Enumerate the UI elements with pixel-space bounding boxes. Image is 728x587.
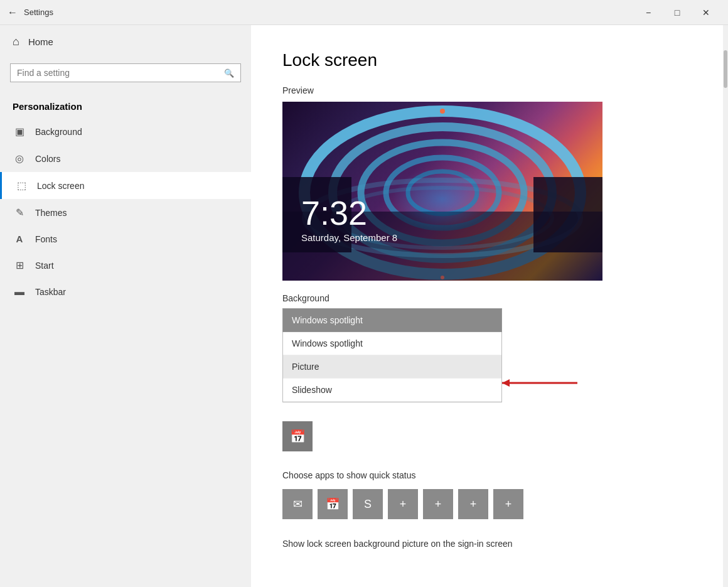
page-title: Lock screen [282,50,697,70]
sidebar-item-label-taskbar: Taskbar [35,287,66,297]
search-box[interactable]: 🔍 [10,63,241,82]
dropdown-option-picture[interactable]: Picture [283,355,501,379]
back-button[interactable]: ← [8,7,18,18]
dropdown-selected[interactable]: Windows spotlight [282,308,502,332]
preview-date: Saturday, September 8 [301,232,397,243]
home-label: Home [28,36,53,47]
sidebar-item-label-themes: Themes [35,208,67,218]
svg-point-11 [440,109,445,114]
sidebar-item-colors[interactable]: ◎ Colors [0,145,251,172]
title-bar: ← Settings − □ ✕ [0,0,728,25]
status-icon-calendar[interactable]: 📅 [318,489,348,519]
background-dropdown[interactable]: Windows spotlight Windows spotlight Pict… [282,308,502,402]
close-button[interactable]: ✕ [692,0,720,25]
scrollbar-thumb[interactable] [724,50,727,88]
sidebar-item-taskbar[interactable]: ▬ Taskbar [0,279,251,305]
dropdown-option-slideshow[interactable]: Slideshow [283,379,501,402]
scrollbar-track[interactable] [723,25,728,587]
calendar-button[interactable]: 📅 [282,421,313,451]
svg-point-12 [441,276,444,279]
themes-icon: ✎ [13,207,26,218]
sidebar: ⌂ Home 🔍 Personalization ▣ Background ◎ … [0,25,251,587]
sidebar-item-label-fonts: Fonts [35,234,57,244]
sidebar-item-home[interactable]: ⌂ Home [0,25,251,58]
quick-status-label: Choose apps to show quick status [282,470,697,480]
sign-in-label: Show lock screen background picture on t… [282,538,697,551]
dropdown-wrapper: Windows spotlight Windows spotlight Pict… [282,308,502,415]
window-controls: − □ ✕ [634,0,720,25]
status-icon-mail[interactable]: ✉ [282,489,313,519]
skype-icon: S [364,498,372,511]
sidebar-item-label-start: Start [35,261,54,271]
taskbar-icon: ▬ [13,286,26,298]
maximize-button[interactable]: □ [663,0,692,25]
sidebar-item-background[interactable]: ▣ Background [0,118,251,145]
minimize-button[interactable]: − [634,0,663,25]
red-arrow-svg [496,374,584,392]
preview-label: Preview [282,85,697,95]
annotation-arrow [496,374,584,392]
colors-icon: ◎ [13,153,26,164]
preview-time: 7:32 [301,196,397,230]
svg-rect-9 [533,177,602,252]
preview-clock: 7:32 Saturday, September 8 [301,196,397,243]
search-input[interactable] [17,68,224,78]
sidebar-item-fonts[interactable]: A Fonts [0,226,251,252]
add-icon-1: + [400,498,407,511]
calendar-icon: 📅 [290,429,306,444]
start-icon: ⊞ [13,259,26,271]
dropdown-list: Windows spotlight Picture Slideshow [282,332,502,402]
status-icon-add-2[interactable]: + [423,489,453,519]
quick-status-icons: ✉ 📅 S + + + + [282,489,697,519]
svg-point-10 [392,168,493,230]
sidebar-item-lock-screen[interactable]: ⬚ Lock screen [0,172,251,199]
lock-screen-preview: 7:32 Saturday, September 8 [282,102,602,281]
background-label: Background [282,293,697,303]
status-icon-add-4[interactable]: + [493,489,523,519]
sidebar-item-label-lock-screen: Lock screen [37,181,84,191]
sidebar-item-themes[interactable]: ✎ Themes [0,199,251,226]
add-icon-3: + [470,498,477,511]
arch-decoration [282,102,602,281]
mail-icon: ✉ [293,497,302,511]
status-icon-skype[interactable]: S [353,489,383,519]
calendar-app-icon: 📅 [326,497,340,511]
status-icon-add-3[interactable]: + [458,489,488,519]
app-title: Settings [24,8,634,17]
home-icon: ⌂ [13,35,19,48]
main-layout: ⌂ Home 🔍 Personalization ▣ Background ◎ … [0,25,728,587]
fonts-icon: A [13,234,26,244]
status-icon-add-1[interactable]: + [388,489,418,519]
dropdown-selected-text: Windows spotlight [292,315,363,325]
add-icon-2: + [435,498,442,511]
search-icon: 🔍 [224,68,234,78]
sidebar-item-start[interactable]: ⊞ Start [0,252,251,279]
dropdown-option-spotlight[interactable]: Windows spotlight [283,332,501,355]
add-icon-4: + [505,498,512,511]
sidebar-item-label-background: Background [35,127,82,137]
background-icon: ▣ [13,126,26,137]
svg-marker-14 [502,379,510,387]
lock-screen-icon: ⬚ [14,180,28,191]
content-area: Lock screen Preview [251,25,728,587]
sidebar-item-label-colors: Colors [35,154,60,164]
sidebar-section-title: Personalization [0,92,251,118]
